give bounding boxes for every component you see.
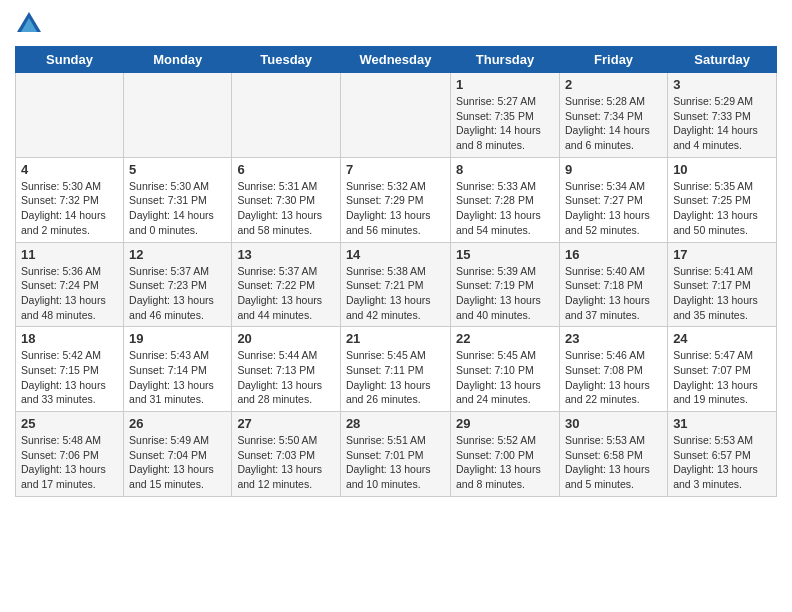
day-info: Sunrise: 5:31 AM Sunset: 7:30 PM Dayligh…: [237, 179, 335, 238]
calendar-cell: 14Sunrise: 5:38 AM Sunset: 7:21 PM Dayli…: [340, 242, 450, 327]
weekday-header: Friday: [560, 47, 668, 73]
day-number: 29: [456, 416, 554, 431]
calendar-cell: 31Sunrise: 5:53 AM Sunset: 6:57 PM Dayli…: [668, 412, 777, 497]
day-number: 27: [237, 416, 335, 431]
calendar-cell: 26Sunrise: 5:49 AM Sunset: 7:04 PM Dayli…: [124, 412, 232, 497]
day-number: 14: [346, 247, 445, 262]
day-number: 6: [237, 162, 335, 177]
weekday-header: Monday: [124, 47, 232, 73]
calendar-week: 4Sunrise: 5:30 AM Sunset: 7:32 PM Daylig…: [16, 157, 777, 242]
day-info: Sunrise: 5:30 AM Sunset: 7:32 PM Dayligh…: [21, 179, 118, 238]
calendar-cell: 7Sunrise: 5:32 AM Sunset: 7:29 PM Daylig…: [340, 157, 450, 242]
day-number: 16: [565, 247, 662, 262]
calendar-cell: 5Sunrise: 5:30 AM Sunset: 7:31 PM Daylig…: [124, 157, 232, 242]
day-number: 20: [237, 331, 335, 346]
logo: [15, 10, 47, 38]
calendar-cell: 29Sunrise: 5:52 AM Sunset: 7:00 PM Dayli…: [451, 412, 560, 497]
calendar-week: 25Sunrise: 5:48 AM Sunset: 7:06 PM Dayli…: [16, 412, 777, 497]
calendar-cell: 1Sunrise: 5:27 AM Sunset: 7:35 PM Daylig…: [451, 73, 560, 158]
day-info: Sunrise: 5:34 AM Sunset: 7:27 PM Dayligh…: [565, 179, 662, 238]
calendar-cell: 22Sunrise: 5:45 AM Sunset: 7:10 PM Dayli…: [451, 327, 560, 412]
day-number: 15: [456, 247, 554, 262]
calendar-cell: 12Sunrise: 5:37 AM Sunset: 7:23 PM Dayli…: [124, 242, 232, 327]
day-number: 2: [565, 77, 662, 92]
calendar-cell: 25Sunrise: 5:48 AM Sunset: 7:06 PM Dayli…: [16, 412, 124, 497]
calendar-cell: 30Sunrise: 5:53 AM Sunset: 6:58 PM Dayli…: [560, 412, 668, 497]
calendar-cell: 9Sunrise: 5:34 AM Sunset: 7:27 PM Daylig…: [560, 157, 668, 242]
day-number: 18: [21, 331, 118, 346]
calendar-cell: 8Sunrise: 5:33 AM Sunset: 7:28 PM Daylig…: [451, 157, 560, 242]
day-info: Sunrise: 5:41 AM Sunset: 7:17 PM Dayligh…: [673, 264, 771, 323]
day-number: 30: [565, 416, 662, 431]
day-info: Sunrise: 5:37 AM Sunset: 7:23 PM Dayligh…: [129, 264, 226, 323]
weekday-header: Sunday: [16, 47, 124, 73]
day-number: 12: [129, 247, 226, 262]
weekday-header: Saturday: [668, 47, 777, 73]
calendar-cell: 21Sunrise: 5:45 AM Sunset: 7:11 PM Dayli…: [340, 327, 450, 412]
day-info: Sunrise: 5:40 AM Sunset: 7:18 PM Dayligh…: [565, 264, 662, 323]
calendar-cell: 3Sunrise: 5:29 AM Sunset: 7:33 PM Daylig…: [668, 73, 777, 158]
day-number: 1: [456, 77, 554, 92]
calendar-cell: 19Sunrise: 5:43 AM Sunset: 7:14 PM Dayli…: [124, 327, 232, 412]
day-info: Sunrise: 5:52 AM Sunset: 7:00 PM Dayligh…: [456, 433, 554, 492]
day-info: Sunrise: 5:51 AM Sunset: 7:01 PM Dayligh…: [346, 433, 445, 492]
calendar-cell: 11Sunrise: 5:36 AM Sunset: 7:24 PM Dayli…: [16, 242, 124, 327]
day-info: Sunrise: 5:45 AM Sunset: 7:11 PM Dayligh…: [346, 348, 445, 407]
day-info: Sunrise: 5:47 AM Sunset: 7:07 PM Dayligh…: [673, 348, 771, 407]
day-number: 4: [21, 162, 118, 177]
calendar-cell: 18Sunrise: 5:42 AM Sunset: 7:15 PM Dayli…: [16, 327, 124, 412]
day-number: 21: [346, 331, 445, 346]
calendar-cell: [232, 73, 341, 158]
weekday-header: Wednesday: [340, 47, 450, 73]
day-info: Sunrise: 5:43 AM Sunset: 7:14 PM Dayligh…: [129, 348, 226, 407]
day-info: Sunrise: 5:35 AM Sunset: 7:25 PM Dayligh…: [673, 179, 771, 238]
day-info: Sunrise: 5:44 AM Sunset: 7:13 PM Dayligh…: [237, 348, 335, 407]
page: SundayMondayTuesdayWednesdayThursdayFrid…: [0, 0, 792, 507]
day-info: Sunrise: 5:28 AM Sunset: 7:34 PM Dayligh…: [565, 94, 662, 153]
day-number: 11: [21, 247, 118, 262]
weekday-header: Tuesday: [232, 47, 341, 73]
day-info: Sunrise: 5:48 AM Sunset: 7:06 PM Dayligh…: [21, 433, 118, 492]
day-number: 5: [129, 162, 226, 177]
calendar-body: 1Sunrise: 5:27 AM Sunset: 7:35 PM Daylig…: [16, 73, 777, 497]
day-number: 31: [673, 416, 771, 431]
calendar-cell: 2Sunrise: 5:28 AM Sunset: 7:34 PM Daylig…: [560, 73, 668, 158]
calendar-week: 1Sunrise: 5:27 AM Sunset: 7:35 PM Daylig…: [16, 73, 777, 158]
day-number: 19: [129, 331, 226, 346]
day-info: Sunrise: 5:32 AM Sunset: 7:29 PM Dayligh…: [346, 179, 445, 238]
calendar-table: SundayMondayTuesdayWednesdayThursdayFrid…: [15, 46, 777, 497]
header-row: SundayMondayTuesdayWednesdayThursdayFrid…: [16, 47, 777, 73]
day-number: 25: [21, 416, 118, 431]
calendar-cell: 13Sunrise: 5:37 AM Sunset: 7:22 PM Dayli…: [232, 242, 341, 327]
day-number: 24: [673, 331, 771, 346]
day-number: 9: [565, 162, 662, 177]
calendar-header: SundayMondayTuesdayWednesdayThursdayFrid…: [16, 47, 777, 73]
day-info: Sunrise: 5:53 AM Sunset: 6:57 PM Dayligh…: [673, 433, 771, 492]
calendar-cell: 20Sunrise: 5:44 AM Sunset: 7:13 PM Dayli…: [232, 327, 341, 412]
calendar-cell: 6Sunrise: 5:31 AM Sunset: 7:30 PM Daylig…: [232, 157, 341, 242]
calendar-cell: [16, 73, 124, 158]
day-number: 28: [346, 416, 445, 431]
weekday-header: Thursday: [451, 47, 560, 73]
day-number: 23: [565, 331, 662, 346]
day-info: Sunrise: 5:42 AM Sunset: 7:15 PM Dayligh…: [21, 348, 118, 407]
day-info: Sunrise: 5:37 AM Sunset: 7:22 PM Dayligh…: [237, 264, 335, 323]
day-info: Sunrise: 5:39 AM Sunset: 7:19 PM Dayligh…: [456, 264, 554, 323]
day-info: Sunrise: 5:50 AM Sunset: 7:03 PM Dayligh…: [237, 433, 335, 492]
day-number: 8: [456, 162, 554, 177]
calendar-cell: 16Sunrise: 5:40 AM Sunset: 7:18 PM Dayli…: [560, 242, 668, 327]
calendar-cell: 17Sunrise: 5:41 AM Sunset: 7:17 PM Dayli…: [668, 242, 777, 327]
day-info: Sunrise: 5:29 AM Sunset: 7:33 PM Dayligh…: [673, 94, 771, 153]
day-number: 3: [673, 77, 771, 92]
day-info: Sunrise: 5:27 AM Sunset: 7:35 PM Dayligh…: [456, 94, 554, 153]
day-info: Sunrise: 5:33 AM Sunset: 7:28 PM Dayligh…: [456, 179, 554, 238]
day-info: Sunrise: 5:45 AM Sunset: 7:10 PM Dayligh…: [456, 348, 554, 407]
calendar-cell: 23Sunrise: 5:46 AM Sunset: 7:08 PM Dayli…: [560, 327, 668, 412]
calendar-cell: 27Sunrise: 5:50 AM Sunset: 7:03 PM Dayli…: [232, 412, 341, 497]
calendar-week: 18Sunrise: 5:42 AM Sunset: 7:15 PM Dayli…: [16, 327, 777, 412]
day-number: 22: [456, 331, 554, 346]
day-number: 13: [237, 247, 335, 262]
day-info: Sunrise: 5:36 AM Sunset: 7:24 PM Dayligh…: [21, 264, 118, 323]
day-number: 10: [673, 162, 771, 177]
calendar-cell: 10Sunrise: 5:35 AM Sunset: 7:25 PM Dayli…: [668, 157, 777, 242]
